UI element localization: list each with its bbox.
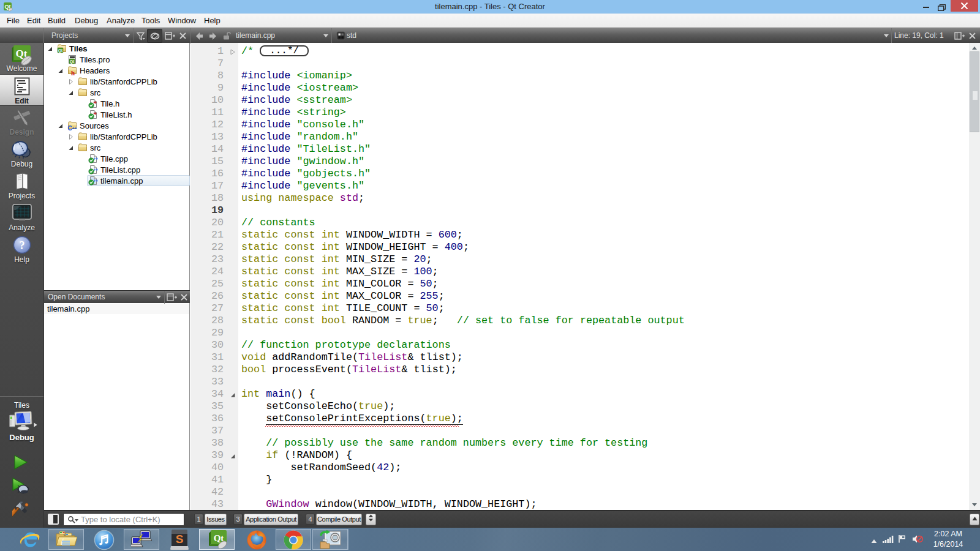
svg-text:S: S: [176, 533, 184, 545]
svg-text:++: ++: [72, 126, 77, 130]
svg-text:Qt: Qt: [214, 533, 224, 543]
svg-text:Qt: Qt: [70, 59, 75, 64]
svg-text:h: h: [71, 69, 75, 75]
svg-text:?: ?: [19, 239, 24, 252]
svg-text:Qt: Qt: [58, 48, 63, 53]
